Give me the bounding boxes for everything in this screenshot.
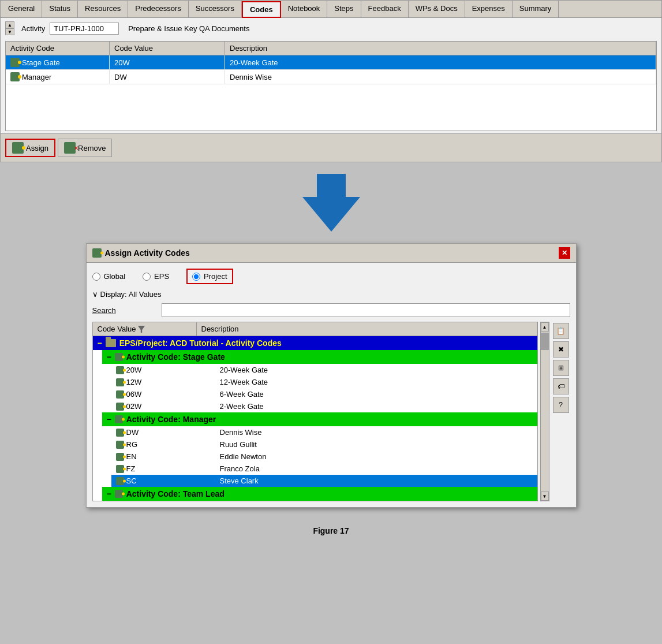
display-label: Display: All Values xyxy=(100,290,162,299)
eps-group-label: EPS/Project: ACD Tutorial - Activity Cod… xyxy=(119,338,282,348)
list-item[interactable]: SC Steve Clark xyxy=(111,475,537,487)
table-row[interactable]: Stage Gate 20W 20-Week Gate xyxy=(6,55,656,70)
radio-global[interactable]: Global xyxy=(92,272,126,281)
eps-project-group[interactable]: − EPS/Project: ACD Tutorial - Activity C… xyxy=(93,336,537,350)
tab-status[interactable]: Status xyxy=(42,1,78,17)
dialog-title-text: Assign Activity Codes xyxy=(105,248,190,258)
remove-button[interactable]: Remove xyxy=(58,139,112,157)
remove-label: Remove xyxy=(78,144,106,152)
tab-expenses[interactable]: Expenses xyxy=(465,1,513,17)
value-tag-icon xyxy=(116,366,124,374)
side-btn-4[interactable]: 🏷 xyxy=(553,378,569,394)
code-tag-icon xyxy=(115,415,123,423)
sort-down-arrow[interactable]: ▼ xyxy=(5,28,14,35)
radio-eps[interactable]: EPS xyxy=(143,272,169,281)
code-value-cell: 12W xyxy=(116,378,220,386)
tab-resources[interactable]: Resources xyxy=(78,1,128,17)
side-btn-5[interactable]: ? xyxy=(553,397,569,413)
list-item[interactable]: RG Ruud Gullit xyxy=(111,438,537,451)
cell-code-value: 20W xyxy=(110,55,225,69)
bottom-buttons: Assign Remove xyxy=(1,133,661,162)
col-header-activity-code: Activity Code xyxy=(6,42,110,55)
tag-icon xyxy=(10,58,20,67)
tag-icon xyxy=(10,72,20,81)
cell-description: Dennis Wise xyxy=(225,70,656,84)
close-button[interactable]: ✕ xyxy=(559,247,570,259)
radio-project-input[interactable] xyxy=(192,273,200,281)
search-input[interactable] xyxy=(162,303,570,317)
radio-project[interactable]: Project xyxy=(186,269,233,284)
code-value-cell: 20W xyxy=(116,366,220,374)
list-item[interactable]: 20W 20-Week Gate xyxy=(111,364,537,376)
side-btn-2[interactable]: ✖ xyxy=(553,341,569,358)
cell-code-value: DW xyxy=(110,70,225,84)
tab-successors[interactable]: Successors xyxy=(189,1,242,17)
tab-wps-docs[interactable]: WPs & Docs xyxy=(409,1,465,17)
value-tag-icon xyxy=(116,453,124,461)
scroll-up-button[interactable]: ▲ xyxy=(541,322,549,332)
dialog-titlebar: Assign Activity Codes ✕ xyxy=(87,244,576,263)
radio-row: Global EPS Project xyxy=(92,269,570,284)
sort-up-arrow[interactable]: ▲ xyxy=(5,21,14,28)
tab-steps[interactable]: Steps xyxy=(327,1,361,17)
sort-arrows[interactable]: ▲ ▼ xyxy=(5,21,14,35)
col-header-code-value: Code Value xyxy=(110,42,225,55)
tab-predecessors[interactable]: Predecessors xyxy=(128,1,188,17)
activity-id-input[interactable] xyxy=(50,23,119,35)
list-col-description: Description xyxy=(197,322,537,336)
description-cell: Ruud Gullit xyxy=(220,440,533,449)
arrow-head xyxy=(302,197,360,232)
code-value-cell: SC xyxy=(116,477,220,485)
activity-codes-table: Activity Code Code Value Description Sta… xyxy=(5,41,657,131)
remove-icon xyxy=(64,142,76,154)
tab-notebook[interactable]: Notebook xyxy=(281,1,328,17)
assign-side-icon: 📋 xyxy=(556,327,565,335)
radio-global-input[interactable] xyxy=(92,273,100,281)
tab-general[interactable]: General xyxy=(1,1,42,17)
list-item[interactable]: 02W 2-Week Gate xyxy=(111,400,537,412)
code-value-cell: 02W xyxy=(116,402,220,411)
stage-gate-group[interactable]: − Activity Code: Stage Gate xyxy=(102,350,537,364)
scrollbar[interactable]: ▲ ▼ xyxy=(540,322,549,501)
radio-project-label: Project xyxy=(204,272,227,281)
dialog-title-left: Assign Activity Codes xyxy=(92,248,190,258)
table-row[interactable]: Manager DW Dennis Wise xyxy=(6,70,656,84)
radio-eps-label: EPS xyxy=(154,272,169,281)
side-btn-3[interactable]: ⊞ xyxy=(553,360,569,376)
team-lead-group[interactable]: − Activity Code: Team Lead xyxy=(102,487,537,501)
top-panel: General Status Resources Predecessors Su… xyxy=(0,0,662,162)
list-item[interactable]: EN Eddie Newton xyxy=(111,451,537,463)
list-item[interactable]: FZ Franco Zola xyxy=(111,463,537,475)
description-cell: 6-Week Gate xyxy=(220,390,533,399)
radio-eps-input[interactable] xyxy=(143,273,151,281)
radio-global-label: Global xyxy=(104,272,126,281)
table-header: Activity Code Code Value Description xyxy=(6,42,656,55)
value-tag-icon xyxy=(116,477,124,485)
assign-label: Assign xyxy=(26,144,48,152)
tab-feedback[interactable]: Feedback xyxy=(361,1,409,17)
scroll-down-button[interactable]: ▼ xyxy=(541,492,549,501)
tab-summary[interactable]: Summary xyxy=(513,1,559,17)
list-col-code-value: Code Value xyxy=(93,322,197,336)
add-side-icon: 🏷 xyxy=(558,382,564,390)
search-label: Search xyxy=(92,306,162,315)
list-item[interactable]: DW Dennis Wise xyxy=(111,426,537,438)
code-tag-icon xyxy=(115,490,123,498)
list-item[interactable]: 06W 6-Week Gate xyxy=(111,388,537,400)
assign-button[interactable]: Assign xyxy=(5,139,55,157)
list-header: Code Value Description xyxy=(93,322,537,336)
tab-codes[interactable]: Codes xyxy=(242,1,281,18)
cell-description: 20-Week Gate xyxy=(225,55,656,69)
filter-icon xyxy=(138,326,145,333)
description-cell: Franco Zola xyxy=(220,464,533,473)
scroll-thumb[interactable] xyxy=(541,333,549,350)
code-tag-icon xyxy=(115,353,123,361)
minus-icon: − xyxy=(107,415,111,424)
list-item[interactable]: 12W 12-Week Gate xyxy=(111,376,537,388)
side-btn-1[interactable]: 📋 xyxy=(553,323,569,339)
arrow-section xyxy=(0,162,662,243)
chevron-down-icon: ∨ xyxy=(92,290,98,299)
search-row: Search xyxy=(92,303,570,317)
manager-group[interactable]: − Activity Code: Manager xyxy=(102,412,537,426)
description-cell: Dennis Wise xyxy=(220,428,533,437)
